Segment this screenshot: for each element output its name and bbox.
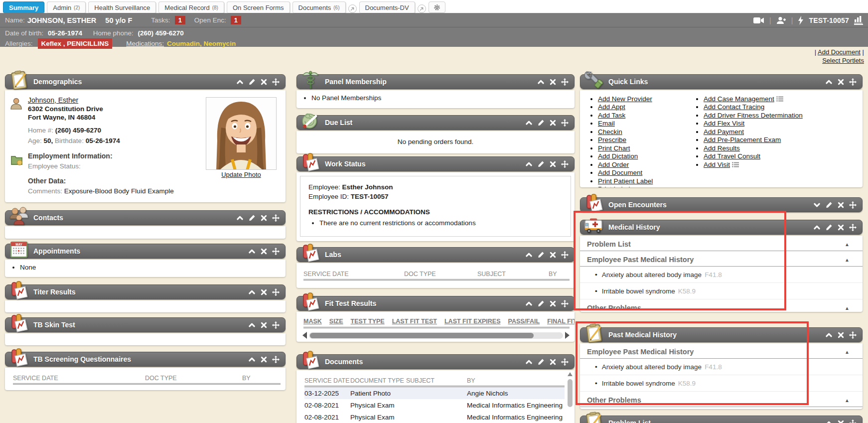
- sort-header-final-fit-factor[interactable]: FINAL FIT FACTOR: [547, 318, 575, 325]
- scrollbar-track[interactable]: [309, 332, 563, 339]
- move-icon[interactable]: [849, 201, 857, 209]
- collapse-icon[interactable]: [825, 78, 833, 86]
- portlet-header[interactable]: TB Skin Test: [5, 317, 286, 332]
- close-icon[interactable]: [837, 201, 845, 209]
- lightning-bolt-icon[interactable]: [798, 16, 804, 25]
- patient-name-link[interactable]: Johnson, Esther: [28, 96, 78, 104]
- popout-icon[interactable]: [348, 4, 357, 13]
- move-icon[interactable]: [272, 288, 280, 296]
- move-icon[interactable]: [561, 300, 569, 307]
- collapse-icon[interactable]: [825, 420, 833, 423]
- close-icon[interactable]: [260, 288, 268, 296]
- edit-icon[interactable]: [537, 119, 545, 127]
- close-icon[interactable]: [837, 331, 845, 339]
- scroll-up-arrow[interactable]: [568, 372, 573, 376]
- close-icon[interactable]: [260, 78, 268, 86]
- close-icon[interactable]: [549, 160, 557, 168]
- tab-health-surveillance[interactable]: Health Surveillance: [88, 1, 156, 13]
- table-row[interactable]: 03-12-2025Patient PhotoAngie Nichols: [304, 387, 565, 399]
- quick-link-print-chart[interactable]: Print Chart: [598, 144, 630, 152]
- sort-header-last-fit-expires[interactable]: LAST FIT EXPIRES: [444, 318, 501, 325]
- scroll-right-arrow[interactable]: [565, 332, 570, 339]
- close-icon[interactable]: [837, 420, 845, 423]
- scroll-left-arrow[interactable]: [302, 332, 307, 339]
- close-icon[interactable]: [260, 214, 268, 222]
- collapse-icon[interactable]: [525, 160, 533, 168]
- move-icon[interactable]: [561, 251, 569, 259]
- add-person-icon[interactable]: [776, 16, 786, 24]
- collapse-icon[interactable]: [813, 224, 821, 231]
- portlet-header[interactable]: Titer Results: [5, 284, 286, 299]
- video-camera-icon[interactable]: [753, 17, 764, 24]
- problem-item[interactable]: •Anxiety about altered body imageF41.8: [580, 359, 863, 375]
- move-icon[interactable]: [561, 78, 569, 86]
- collapse-icon[interactable]: [236, 78, 244, 86]
- quick-link-add-appt[interactable]: Add Appt: [598, 103, 625, 111]
- tab-admin[interactable]: Admin(2): [47, 1, 86, 13]
- scrollbar-thumb[interactable]: [310, 333, 534, 338]
- portlet-header[interactable]: Problem List: [580, 416, 863, 423]
- section-other-problems[interactable]: Other Problems▲: [580, 392, 863, 407]
- section-other-problems[interactable]: Other Problems▲: [580, 299, 863, 312]
- move-icon[interactable]: [272, 248, 280, 255]
- collapse-icon[interactable]: [825, 331, 833, 339]
- section-problem-list[interactable]: Problem List▲: [580, 236, 863, 251]
- section-employee-past-medical-history[interactable]: Employee Past Medical History▲: [580, 343, 863, 359]
- vertical-scrollbar[interactable]: [567, 371, 574, 423]
- collapse-icon[interactable]: [248, 248, 256, 255]
- move-icon[interactable]: [272, 78, 280, 86]
- select-portlets-link[interactable]: Select Portlets: [822, 57, 864, 64]
- quick-link-add-driver-fitness[interactable]: Add Driver Fitness Determination: [704, 112, 803, 119]
- collapse-icon[interactable]: [248, 321, 256, 329]
- quick-link-print-patient-label[interactable]: Print Patient Label: [598, 177, 653, 185]
- portlet-header[interactable]: Demographics: [5, 74, 286, 89]
- expand-icon[interactable]: [813, 201, 821, 209]
- portlet-header[interactable]: Due List: [296, 115, 575, 130]
- edit-icon[interactable]: [537, 358, 545, 366]
- chart-bars-icon[interactable]: [854, 15, 863, 25]
- collapse-icon[interactable]: [525, 300, 533, 307]
- move-icon[interactable]: [272, 356, 280, 363]
- problem-item[interactable]: •Anxiety about altered body imageF41.8: [580, 267, 863, 283]
- edit-icon[interactable]: [248, 78, 256, 86]
- edit-icon[interactable]: [537, 251, 545, 259]
- collapse-icon[interactable]: [248, 288, 256, 296]
- edit-icon[interactable]: [825, 224, 833, 231]
- move-icon[interactable]: [561, 160, 569, 168]
- quick-link-add-task[interactable]: Add Task: [598, 112, 625, 119]
- close-icon[interactable]: [549, 251, 557, 259]
- popout-icon[interactable]: [418, 4, 426, 13]
- tab-documents-dv[interactable]: Documents-DV: [359, 1, 415, 13]
- settings-button[interactable]: [429, 1, 445, 13]
- move-icon[interactable]: [272, 321, 280, 329]
- quick-link-add-visit[interactable]: Add Visit: [704, 161, 730, 168]
- tab-on-screen-forms[interactable]: On Screen Forms: [227, 1, 290, 13]
- move-icon[interactable]: [849, 78, 857, 86]
- add-document-link[interactable]: Add Document: [818, 48, 861, 56]
- collapse-icon[interactable]: [537, 78, 545, 86]
- quick-link-add-flex-visit[interactable]: Add Flex Visit: [704, 120, 744, 127]
- list-icon[interactable]: [776, 96, 783, 102]
- quick-link-add-travel-consult[interactable]: Add Travel Consult: [704, 152, 760, 160]
- close-icon[interactable]: [549, 78, 557, 86]
- close-icon[interactable]: [837, 78, 845, 86]
- open-enc-count-badge[interactable]: 1: [231, 16, 241, 24]
- portlet-header[interactable]: Labs: [296, 247, 575, 262]
- collapse-icon[interactable]: [525, 358, 533, 366]
- sort-header-pass-fail[interactable]: PASS/FAIL: [508, 318, 540, 325]
- allergies-badge[interactable]: Keflex , PENICILLINS: [38, 38, 113, 49]
- close-icon[interactable]: [260, 356, 268, 363]
- quick-link-email[interactable]: Email: [598, 120, 615, 127]
- edit-icon[interactable]: [825, 201, 833, 209]
- close-icon[interactable]: [260, 248, 268, 255]
- edit-icon[interactable]: [248, 214, 256, 222]
- quick-link-add-contact-tracing[interactable]: Add Contact Tracing: [704, 103, 764, 111]
- table-row[interactable]: 02-08-2021Physical ExamMedical Informati…: [304, 411, 565, 423]
- tasks-count-badge[interactable]: 1: [175, 16, 185, 24]
- tab-medical-record[interactable]: Medical Record(8): [158, 1, 224, 13]
- move-icon[interactable]: [849, 224, 857, 231]
- portlet-header[interactable]: Work Status: [296, 156, 575, 171]
- quick-link-print-labels[interactable]: Print Labels: [598, 185, 633, 187]
- collapse-icon[interactable]: [525, 119, 533, 127]
- collapse-icon[interactable]: [248, 356, 256, 363]
